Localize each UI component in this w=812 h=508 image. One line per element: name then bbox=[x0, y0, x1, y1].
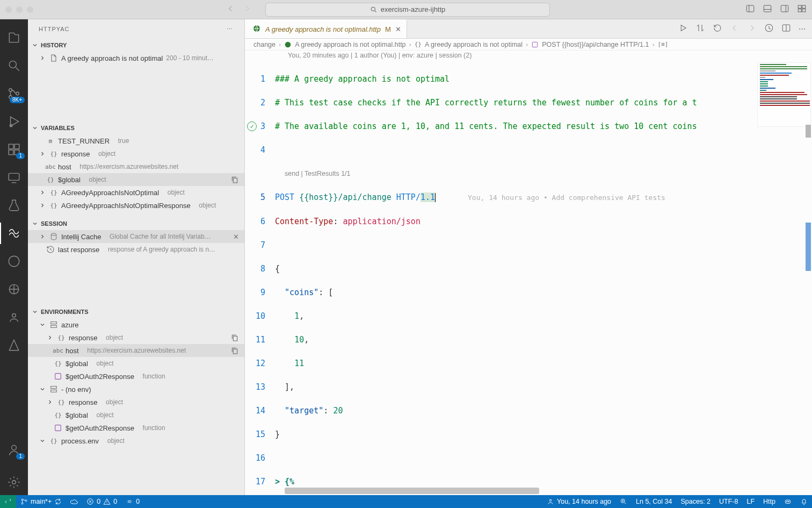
status-zoom[interactable] bbox=[615, 498, 632, 505]
status-problems[interactable]: 00 bbox=[82, 495, 121, 508]
split-icon[interactable] bbox=[781, 23, 791, 34]
status-copilot[interactable] bbox=[780, 498, 796, 505]
env-group[interactable]: - (no env) bbox=[28, 383, 244, 396]
status-clean-icon[interactable] bbox=[764, 23, 774, 34]
svg-point-42 bbox=[128, 500, 130, 503]
status-bell[interactable] bbox=[796, 498, 812, 505]
env-var[interactable]: {}process.env object bbox=[28, 434, 244, 447]
activity-explorer[interactable] bbox=[0, 25, 28, 51]
var-detail: function bbox=[143, 373, 165, 380]
editor-tab[interactable]: A greedy approach is not optimal.http M … bbox=[245, 19, 407, 38]
section-history-header[interactable]: HISTORY bbox=[28, 39, 244, 52]
status-blame[interactable]: You, 14 hours ago bbox=[542, 498, 615, 505]
breadcrumb-seg[interactable]: POST {{host}}/api/change HTTP/1.1 bbox=[542, 41, 649, 48]
blame-summary[interactable]: You, 20 minutes ago | 1 author (You) | e… bbox=[245, 51, 812, 61]
code-text: 1 bbox=[294, 311, 299, 321]
var-row[interactable]: abchost https://exercism.azurewebsites.n… bbox=[28, 160, 244, 173]
activity-settings[interactable] bbox=[0, 469, 28, 495]
breadcrumb-seg[interactable]: change bbox=[253, 41, 276, 48]
env-var[interactable]: {}$global object bbox=[28, 357, 244, 370]
env-var[interactable]: {}$global object bbox=[28, 409, 244, 421]
traffic-close[interactable] bbox=[5, 6, 12, 13]
status-ports[interactable]: 0 bbox=[121, 495, 144, 508]
panel-right-icon[interactable] bbox=[780, 4, 789, 15]
layout-grid-icon[interactable] bbox=[797, 4, 807, 15]
activity-docker[interactable] bbox=[0, 304, 28, 330]
sync-icon[interactable] bbox=[54, 498, 62, 505]
var-detail: object bbox=[97, 360, 114, 367]
traffic-max[interactable] bbox=[27, 6, 33, 13]
command-center[interactable]: exercism-azure-ijhttp bbox=[265, 3, 550, 17]
env-var[interactable]: {}response object bbox=[28, 396, 244, 409]
session-row[interactable]: Intellij Cache Global Cache for all Inte… bbox=[28, 230, 244, 243]
horizontal-scrollbar[interactable] bbox=[285, 488, 748, 494]
status-cloud[interactable] bbox=[66, 495, 82, 508]
status-lang[interactable]: Http bbox=[759, 498, 780, 505]
section-history-label: HISTORY bbox=[41, 42, 67, 48]
activity-liveshare[interactable] bbox=[0, 276, 28, 302]
more-icon[interactable]: ⋯ bbox=[799, 25, 806, 33]
activity-azure[interactable] bbox=[0, 332, 28, 358]
env-group[interactable]: azure bbox=[28, 318, 244, 331]
status-encoding[interactable]: UTF-8 bbox=[715, 498, 742, 505]
env-var[interactable]: $getOAuth2Response function bbox=[28, 421, 244, 434]
section-env-header[interactable]: ENVIRONMENTS bbox=[28, 305, 244, 318]
copy-icon[interactable] bbox=[230, 333, 239, 342]
run-icon[interactable] bbox=[678, 23, 688, 34]
env-var[interactable]: {}response object bbox=[28, 331, 244, 344]
breadcrumb-seg[interactable]: A greedy approach is not optimal.http bbox=[295, 41, 405, 48]
copy-icon[interactable] bbox=[230, 346, 239, 355]
panel-left-icon[interactable] bbox=[745, 4, 755, 15]
status-spaces[interactable]: Spaces: 2 bbox=[676, 498, 715, 505]
activity-httpyac[interactable] bbox=[0, 220, 28, 246]
code-text: 10 bbox=[294, 335, 304, 345]
string-icon: abc bbox=[46, 162, 55, 171]
activity-test[interactable] bbox=[0, 192, 28, 218]
breadcrumb[interactable]: change› A greedy approach is not optimal… bbox=[245, 39, 812, 51]
scrollbar-thumb[interactable] bbox=[285, 488, 539, 494]
activity-remote[interactable] bbox=[0, 164, 28, 190]
var-row[interactable]: {}AGreedyApproachIsNotOptimal object bbox=[28, 186, 244, 199]
session-row[interactable]: last response response of A greedy appro… bbox=[28, 243, 244, 256]
side-panel-title-row: HTTPYAC ⋯ bbox=[28, 19, 244, 39]
activity-accounts[interactable]: 1 bbox=[0, 437, 28, 463]
side-panel-more-icon[interactable]: ⋯ bbox=[227, 26, 234, 33]
nav-forward-icon[interactable] bbox=[243, 4, 252, 15]
var-row[interactable]: ⊞TEST_RUNNER true bbox=[28, 134, 244, 147]
status-eol[interactable]: LF bbox=[742, 498, 759, 505]
next-change-icon[interactable] bbox=[747, 23, 757, 34]
history-item[interactable]: A greedy approach is not optimal 200 - 1… bbox=[28, 52, 244, 65]
code-text: /api/change bbox=[338, 192, 391, 202]
editor-body[interactable]: ✓ 1### A greedy approach is not optimal … bbox=[245, 61, 812, 495]
copy-icon[interactable] bbox=[230, 175, 239, 184]
nav-back-icon[interactable] bbox=[226, 4, 235, 15]
code[interactable]: 1### A greedy approach is not optimal 2#… bbox=[245, 61, 812, 495]
activity-search[interactable] bbox=[0, 53, 28, 78]
var-detail: true bbox=[118, 137, 129, 145]
activity-extensions[interactable]: 1 bbox=[0, 137, 28, 162]
breadcrumb-seg[interactable]: A greedy approach is not optimal bbox=[425, 41, 523, 48]
codelens[interactable]: send | TestResults 1/1 bbox=[245, 168, 812, 180]
section-session-header[interactable]: SESSION bbox=[28, 217, 244, 230]
side-panel: HTTPYAC ⋯ HISTORY A greedy approach is n… bbox=[28, 19, 245, 495]
status-branch[interactable]: main*+ bbox=[16, 495, 66, 508]
env-var[interactable]: $getOAuth2Response function bbox=[28, 370, 244, 383]
status-remote[interactable] bbox=[0, 495, 16, 508]
env-var[interactable]: abchost https://exercism.azurewebsites.n… bbox=[28, 344, 244, 357]
var-row[interactable]: {}AGreedyApproachIsNotOptimalResponse ob… bbox=[28, 199, 244, 212]
section-variables-header[interactable]: VARIABLES bbox=[28, 121, 244, 134]
revert-icon[interactable] bbox=[713, 23, 722, 34]
close-icon[interactable]: ✕ bbox=[395, 25, 401, 33]
activity-scm[interactable]: 8K+ bbox=[0, 81, 28, 106]
prev-change-icon[interactable] bbox=[730, 23, 740, 34]
status-cursor[interactable]: Ln 5, Col 34 bbox=[632, 498, 676, 505]
panel-bottom-icon[interactable] bbox=[763, 4, 772, 15]
compare-icon[interactable] bbox=[695, 23, 705, 34]
close-icon[interactable]: ✕ bbox=[233, 233, 239, 240]
activity-run[interactable] bbox=[0, 109, 28, 134]
var-row[interactable]: {}response object bbox=[28, 147, 244, 160]
activity-github[interactable] bbox=[0, 248, 28, 274]
traffic-min[interactable] bbox=[16, 6, 23, 13]
var-row[interactable]: {}$global object bbox=[28, 173, 244, 186]
code-text: application/json bbox=[343, 217, 421, 226]
